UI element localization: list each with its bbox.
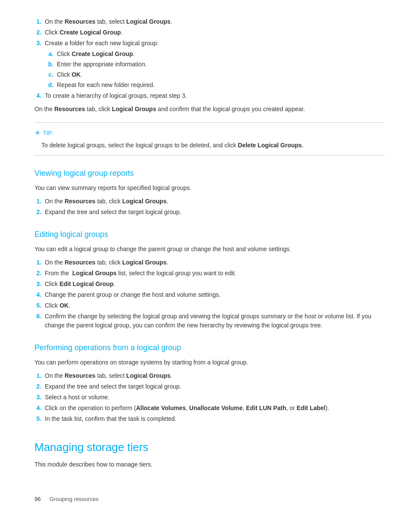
- tip-text-content: To delete logical groups, select the log…: [41, 141, 385, 150]
- step-3: Create a folder for each new logical gro…: [43, 39, 385, 90]
- editing-steps-list: On the Resources tab, click Logical Grou…: [43, 258, 385, 330]
- viewing-step-2: Expand the tree and select the target lo…: [43, 208, 385, 217]
- performing-steps-list: On the Resources tab, select Logical Gro…: [43, 371, 385, 423]
- editing-step-4: Change the parent group or change the ho…: [43, 290, 385, 299]
- viewing-step-1: On the Resources tab, click Logical Grou…: [43, 197, 385, 206]
- performing-step-1: On the Resources tab, select Logical Gro…: [43, 371, 385, 380]
- tip-label: ☀ TIP:: [34, 128, 385, 138]
- edit-lun-path-bold: Edit LUN Path: [246, 404, 286, 411]
- performing-step-2: Expand the tree and select the target lo…: [43, 382, 385, 391]
- logical-groups-v1: Logical Groups: [122, 198, 167, 205]
- ok-bold-c: OK: [72, 71, 81, 78]
- managing-heading: Managing storage tiers: [34, 439, 385, 456]
- on-resources-confirm: On the Resources tab, click Logical Grou…: [34, 105, 385, 114]
- tip-box: ☀ TIP: To delete logical groups, select …: [34, 122, 385, 156]
- editing-step-3: Click Edit Logical Group.: [43, 280, 385, 289]
- viewing-steps-list: On the Resources tab, click Logical Grou…: [43, 197, 385, 217]
- editing-step-2: From the Logical Groups list, select the…: [43, 269, 385, 278]
- logical-groups-p1: Logical Groups: [126, 372, 171, 379]
- allocate-volumes-bold: Allocate Volumes: [136, 404, 186, 411]
- logical-groups-list-e2: Logical Groups: [72, 270, 117, 277]
- resources-e1: Resources: [65, 259, 96, 266]
- resources-bold: Resources: [65, 18, 96, 25]
- delete-logical-groups-bold: Delete Logical Groups: [238, 142, 302, 149]
- performing-step-3: Select a host or volume.: [43, 393, 385, 402]
- performing-intro: You can perform operations on storage sy…: [34, 358, 385, 367]
- sub-steps-list: Click Create Logical Group. Enter the ap…: [55, 50, 385, 90]
- viewing-intro: You can view summary reports for specifi…: [34, 184, 385, 193]
- editing-step-6: Confirm the change by selecting the logi…: [43, 312, 385, 330]
- step-2: Click Create Logical Group.: [43, 28, 385, 37]
- resources-p1: Resources: [65, 372, 96, 379]
- ok-bold-e5: OK: [59, 302, 68, 309]
- editing-heading: Editing logical groups: [34, 229, 385, 240]
- step-1: On the Resources tab, select Logical Gro…: [43, 17, 385, 26]
- sub-step-d: Repeat for each new folder required.: [55, 81, 385, 90]
- page-number: 96: [34, 495, 40, 504]
- editing-step-5: Click OK.: [43, 301, 385, 310]
- logical-groups-e1: Logical Groups: [122, 259, 167, 266]
- edit-label-bold: Edit Label: [297, 404, 326, 411]
- tip-label-text: TIP:: [43, 129, 53, 137]
- managing-intro: This module describes how to manage tier…: [34, 460, 385, 469]
- tip-icon: ☀: [34, 128, 40, 138]
- create-lg-bold-a: Create Logical Group: [72, 50, 133, 57]
- logical-groups-confirm-bold: Logical Groups: [112, 106, 156, 112]
- performing-step-5: In the task list, confirm that the task …: [43, 414, 385, 423]
- footer: 96 Grouping resources: [34, 495, 385, 504]
- logical-groups-bold: Logical Groups: [126, 18, 171, 25]
- footer-section: Grouping resources: [49, 495, 98, 504]
- editing-intro: You can edit a logical group to change t…: [34, 245, 385, 254]
- resources-confirm-bold: Resources: [54, 106, 85, 112]
- sub-step-a: Click Create Logical Group.: [55, 50, 385, 59]
- intro-steps-list: On the Resources tab, select Logical Gro…: [43, 17, 385, 100]
- performing-heading: Performing operations from a logical gro…: [34, 342, 385, 354]
- sub-step-b: Enter the appropriate information.: [55, 60, 385, 69]
- sub-step-c: Click OK.: [55, 70, 385, 79]
- edit-logical-group-bold: Edit Logical Group: [59, 280, 113, 287]
- editing-step-1: On the Resources tab, click Logical Grou…: [43, 258, 385, 267]
- performing-step-4: Click on the operation to perform (Alloc…: [43, 404, 385, 413]
- unallocate-volume-bold: Unallocate Volume: [189, 404, 243, 411]
- create-logical-group-bold: Create Logical Group: [59, 29, 121, 36]
- step-4: To create a hierarchy of logical groups,…: [43, 91, 385, 100]
- viewing-heading: Viewing logical group reports: [34, 168, 385, 179]
- resources-v1: Resources: [65, 198, 96, 205]
